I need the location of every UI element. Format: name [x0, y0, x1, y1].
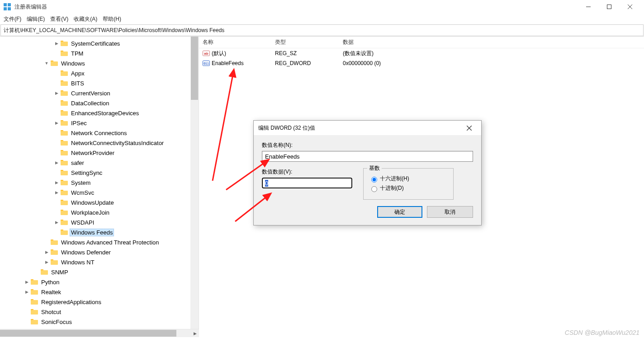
value-name-label: 数值名称(N):	[262, 141, 473, 149]
value-name-input[interactable]	[262, 151, 473, 162]
radio-hex-input[interactable]	[371, 177, 377, 183]
tree-vscrollbar[interactable]	[190, 37, 199, 329]
svg-rect-2	[4, 7, 7, 10]
tree-item[interactable]: RegisteredApplications	[0, 297, 190, 307]
expand-arrow-icon[interactable]: ▶	[43, 250, 50, 254]
menu-help[interactable]: 帮助(H)	[103, 15, 121, 23]
tree-item[interactable]: TPM	[0, 48, 190, 58]
menu-file[interactable]: 文件(F)	[4, 15, 21, 23]
header-type[interactable]: 类型	[271, 38, 339, 46]
expand-arrow-icon[interactable]: ▶	[24, 290, 30, 294]
tree-label: WcmSvc	[70, 189, 95, 197]
svg-rect-45	[61, 221, 68, 225]
list-row[interactable]: ab(默认)REG_SZ(数值未设置)	[199, 48, 644, 58]
dialog-close-button[interactable]	[461, 121, 477, 135]
tree-item[interactable]: Windows Advanced Threat Protection	[0, 237, 190, 247]
tree-item[interactable]: ▶Windows NT	[0, 257, 190, 267]
expand-arrow-icon[interactable]: ▶	[53, 41, 60, 46]
tree-item[interactable]: ▶Python	[0, 277, 190, 287]
expand-arrow-icon[interactable]: ▶	[43, 260, 50, 264]
hscroll-right-arrow[interactable]: ▶	[191, 329, 199, 338]
tree-label: BITS	[70, 80, 85, 87]
radio-dec-input[interactable]	[371, 186, 377, 192]
tree-item[interactable]: ▶SystemCertificates	[0, 38, 190, 48]
tree-item[interactable]: EnhancedStorageDevices	[0, 108, 190, 118]
menu-fav[interactable]: 收藏夹(A)	[74, 15, 97, 23]
tree-hscrollbar[interactable]: ▶	[0, 329, 199, 337]
tree-item[interactable]: Appx	[0, 68, 190, 78]
tree-item[interactable]: DataCollection	[0, 98, 190, 108]
expand-arrow-icon[interactable]: ▶	[53, 180, 60, 185]
tree-item[interactable]: Network Connections	[0, 128, 190, 138]
dialog-titlebar[interactable]: 编辑 DWORD (32 位)值	[254, 121, 481, 135]
tree-item[interactable]: ▶Windows Defender	[0, 247, 190, 257]
tree-label: Windows Defender	[60, 249, 112, 256]
tree-item[interactable]: ▶WSDAPI	[0, 217, 190, 227]
tree-label: Windows	[60, 60, 86, 67]
svg-rect-3	[8, 7, 11, 10]
cancel-button[interactable]: 取消	[427, 206, 473, 218]
address-bar[interactable]: 计算机\HKEY_LOCAL_MACHINE\SOFTWARE\Policies…	[0, 24, 644, 36]
svg-rect-1	[8, 3, 11, 6]
tree-item[interactable]: ▶Realtek	[0, 287, 190, 297]
maximize-button[interactable]	[599, 0, 620, 14]
tree-item[interactable]: ▼Windows	[0, 58, 190, 68]
tree-label: Windows NT	[60, 258, 96, 266]
tree-item[interactable]: ▶IPSec	[0, 118, 190, 128]
expand-arrow-icon[interactable]: ▶	[24, 280, 30, 284]
list-row[interactable]: 011EnableFeedsREG_DWORD0x00000000 (0)	[199, 58, 644, 68]
tree-item[interactable]: ▶WcmSvc	[0, 188, 190, 197]
ok-button[interactable]: 确定	[377, 206, 422, 218]
expand-arrow-icon[interactable]: ▶	[53, 190, 60, 195]
svg-rect-51	[51, 250, 58, 255]
tree-item[interactable]: NetworkProvider	[0, 148, 190, 158]
tree-item[interactable]: ▶CurrentVersion	[0, 88, 190, 98]
list-body[interactable]: ab(默认)REG_SZ(数值未设置)011EnableFeedsREG_DWO…	[199, 48, 644, 68]
tree-item[interactable]: SNMP	[0, 267, 190, 277]
svg-rect-31	[61, 151, 68, 155]
scrollbar-thumb[interactable]	[191, 37, 198, 100]
tree-item[interactable]: BITS	[0, 78, 190, 88]
tree-label: SonicFocus	[40, 318, 73, 326]
expand-arrow-icon[interactable]: ▶	[53, 160, 60, 165]
value-type: REG_DWORD	[271, 60, 339, 66]
value-type: REG_SZ	[271, 50, 339, 56]
tree-label: TPM	[70, 50, 85, 57]
close-button[interactable]	[620, 0, 640, 14]
tree-label: EnhancedStorageDevices	[70, 109, 140, 117]
header-data[interactable]: 数据	[339, 38, 644, 46]
svg-rect-43	[61, 211, 68, 215]
tree-item[interactable]: Windows Feeds	[0, 227, 190, 237]
svg-rect-39	[61, 191, 68, 195]
svg-rect-5	[607, 5, 611, 9]
tree-item[interactable]: SettingSync	[0, 168, 190, 178]
radio-dec[interactable]: 十进制(D)	[369, 184, 448, 192]
svg-rect-29	[61, 141, 68, 146]
tree-item[interactable]: SonicFocus	[0, 317, 190, 327]
menu-edit[interactable]: 编辑(E)	[27, 15, 45, 23]
tree-item[interactable]: Shotcut	[0, 307, 190, 317]
menubar: 文件(F) 编辑(E) 查看(V) 收藏夹(A) 帮助(H)	[0, 14, 644, 24]
tree-item[interactable]: WorkplaceJoin	[0, 207, 190, 217]
value-data-input[interactable]	[262, 178, 352, 188]
expand-arrow-icon[interactable]: ▼	[43, 61, 50, 66]
svg-text:011: 011	[204, 62, 209, 65]
tree-item[interactable]: ▶safer	[0, 158, 190, 168]
minimize-button[interactable]	[578, 0, 599, 14]
hscroll-thumb[interactable]	[0, 330, 176, 337]
registry-tree[interactable]: ▶SystemCertificatesTPM▼WindowsAppxBITS▶C…	[0, 37, 190, 327]
tree-label: WorkplaceJoin	[70, 209, 111, 216]
tree-item[interactable]: NetworkConnectivityStatusIndicator	[0, 138, 190, 148]
tree-label: NetworkConnectivityStatusIndicator	[70, 139, 165, 147]
expand-arrow-icon[interactable]: ▶	[53, 220, 60, 225]
expand-arrow-icon[interactable]: ▶	[53, 91, 60, 95]
tree-item[interactable]: WindowsUpdate	[0, 197, 190, 207]
menu-view[interactable]: 查看(V)	[50, 15, 68, 23]
header-name[interactable]: 名称	[199, 38, 271, 46]
svg-rect-19	[61, 91, 68, 96]
expand-arrow-icon[interactable]: ▶	[53, 121, 60, 125]
svg-text:ab: ab	[204, 52, 208, 56]
svg-rect-25	[61, 121, 68, 126]
radio-hex[interactable]: 十六进制(H)	[369, 175, 448, 183]
tree-item[interactable]: ▶System	[0, 178, 190, 188]
